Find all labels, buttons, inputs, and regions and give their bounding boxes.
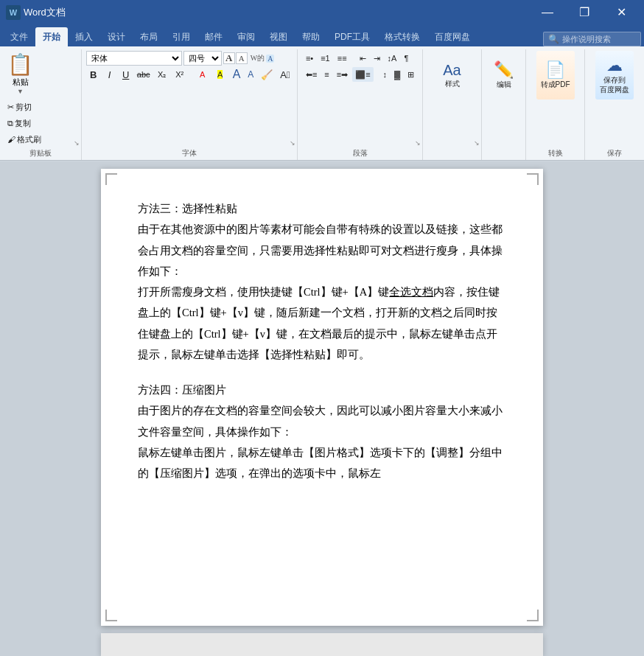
numbering-icon: ≡1 (321, 54, 330, 63)
increase-font-size-button[interactable]: A (223, 52, 235, 64)
text-effect-button[interactable]: A⃝ (277, 67, 293, 82)
strikethrough-button[interactable]: abc (135, 67, 153, 82)
sort-icon: ↕A (388, 54, 397, 63)
search-input[interactable] (562, 35, 636, 43)
tab-view[interactable]: 视图 (262, 27, 295, 46)
format-painter-button[interactable]: 🖌 格式刷 (4, 132, 44, 147)
multilevel-button[interactable]: ≡≡ (335, 51, 350, 66)
title-bar-controls: — ❐ ✕ (531, 0, 638, 24)
editing-label: 编辑 (497, 80, 511, 90)
cut-icon: ✂ (7, 102, 14, 112)
format-painter-icon: 🖌 (7, 135, 15, 144)
font-label: 字体 (86, 147, 293, 160)
save-cloud-icon: ☁ (606, 56, 623, 75)
font-size-adjusters: A A (223, 52, 248, 64)
minimize-button[interactable]: — (531, 0, 564, 24)
tab-pdf[interactable]: PDF工具 (327, 27, 377, 46)
tab-insert[interactable]: 插入 (68, 27, 100, 46)
styles-expand-icon[interactable]: ↘ (474, 139, 480, 147)
editing-button[interactable]: ✏️ 编辑 (487, 51, 521, 100)
paragraph-expand-icon[interactable]: ↘ (415, 139, 421, 147)
sort-button[interactable]: ↕A (385, 51, 400, 66)
paragraph-controls: ≡• ≡1 ≡≡ ⇤ ⇥ ↕A ¶ ⬅≡ ≡ ≡➡ ⬛≡ ↕ ▓ ⊞ (303, 51, 417, 147)
corner-tr (527, 173, 539, 185)
underline-button[interactable]: U (119, 67, 133, 82)
font-size-increase2[interactable]: A (230, 67, 244, 82)
subscript-button[interactable]: X₂ (154, 67, 170, 82)
center-button[interactable]: ≡ (321, 67, 332, 82)
bold-icon: B (90, 69, 97, 80)
tab-help[interactable]: 帮助 (295, 27, 327, 46)
superscript-button[interactable]: X² (172, 67, 188, 82)
font-name-select[interactable]: 宋体 (86, 51, 182, 66)
editing-content: ✏️ 编辑 (487, 51, 521, 160)
tab-baidu[interactable]: 百度网盘 (427, 27, 477, 46)
group-paragraph: ≡• ≡1 ≡≡ ⇤ ⇥ ↕A ¶ ⬅≡ ≡ ≡➡ ⬛≡ ↕ ▓ ⊞ 段落 ↘ (298, 49, 423, 160)
tab-review[interactable]: 审阅 (230, 27, 262, 46)
italic-icon: I (108, 69, 111, 80)
styles-button[interactable]: Aa 样式 (435, 51, 469, 100)
tab-mailing[interactable]: 邮件 (197, 27, 230, 46)
line-spacing-button[interactable]: ↕ (380, 67, 391, 82)
font-size-select[interactable]: 四号 (183, 51, 222, 66)
justify-button[interactable]: ⬛≡ (352, 67, 373, 82)
tab-references[interactable]: 引用 (165, 27, 197, 46)
shading-icon: ▓ (394, 70, 400, 79)
tab-home[interactable]: 开始 (35, 27, 68, 46)
copy-button[interactable]: ⧉ 复制 (4, 116, 44, 130)
tab-design[interactable]: 设计 (100, 27, 133, 46)
superscript-icon: X² (175, 70, 183, 79)
tab-file[interactable]: 文件 (3, 27, 35, 46)
font-color-button[interactable]: A (195, 67, 211, 82)
tab-convert[interactable]: 格式转换 (377, 27, 427, 46)
subscript-icon: X₂ (158, 70, 166, 80)
font-expand-icon[interactable]: ↘ (290, 139, 295, 147)
copy-icon: ⧉ (7, 119, 13, 128)
styles-label: 样式 (445, 79, 460, 89)
close-button[interactable]: ✕ (604, 0, 638, 24)
para-row1: ≡• ≡1 ≡≡ ⇤ ⇥ ↕A ¶ (303, 51, 411, 66)
show-marks-button[interactable]: ¶ (401, 51, 411, 66)
section3-title: 方法三：选择性粘贴 (138, 198, 506, 219)
show-marks-icon: ¶ (404, 54, 408, 63)
convert-content: 📄 转成PDF (536, 51, 575, 147)
decrease-indent-button[interactable]: ⇤ (357, 51, 369, 66)
save-to-cloud-button[interactable]: ☁ 保存到百度网盘 (595, 51, 634, 100)
italic-button[interactable]: I (102, 67, 117, 82)
paste-button[interactable]: 📋 粘贴 ▼ (4, 51, 36, 98)
paste-arrow: ▼ (17, 88, 24, 95)
group-clipboard: 📋 粘贴 ▼ ✂ 剪切 ⧉ 复制 🖌 格式刷 剪贴板 ↘ (0, 49, 82, 160)
page-content: 方法三：选择性粘贴 由于在其他资源中的图片等素材可能会自带有特殊的设置以及链接，… (138, 198, 506, 484)
shading-button[interactable]: ▓ (391, 67, 403, 82)
tab-layout[interactable]: 布局 (133, 27, 165, 46)
numbering-button[interactable]: ≡1 (318, 51, 333, 66)
clear-format-button[interactable]: 🧹 (258, 67, 276, 82)
section4-body2: 鼠标左键单击图片，鼠标左键单击【图片格式】选项卡下的【调整】分组中的【压缩图片】… (138, 442, 506, 484)
group-editing: ✏️ 编辑 (482, 49, 526, 160)
save-cloud-label: 保存到百度网盘 (600, 75, 629, 94)
increase-indent-button[interactable]: ⇥ (371, 51, 383, 66)
align-right-button[interactable]: ≡➡ (334, 67, 351, 82)
paste-icon: 📋 (7, 52, 33, 77)
bullets-icon: ≡• (306, 54, 313, 63)
increase-indent-icon: ⇥ (374, 54, 380, 63)
paste-label: 粘贴 (13, 77, 29, 88)
group-save: ☁ 保存到百度网盘 保存 (585, 49, 644, 160)
search-wrap[interactable]: 🔍 (543, 32, 641, 46)
cut-button[interactable]: ✂ 剪切 (4, 100, 44, 114)
font-size-decrease2[interactable]: A (245, 67, 256, 82)
decrease-font-size-button[interactable]: A (236, 52, 248, 64)
save-label: 保存 (589, 147, 640, 160)
bold-button[interactable]: B (86, 67, 101, 82)
highlight-button[interactable]: A (212, 67, 228, 82)
restore-button[interactable]: ❐ (567, 0, 601, 24)
align-left-button[interactable]: ⬅≡ (303, 67, 320, 82)
bullets-button[interactable]: ≡• (303, 51, 316, 66)
font-row2: B I U abc X₂ X² A (86, 67, 293, 82)
clipboard-expand-icon[interactable]: ↘ (74, 139, 80, 147)
clear-format-icon: 🧹 (261, 69, 273, 80)
borders-button[interactable]: ⊞ (405, 67, 417, 82)
wubi-indicator: W的 A (251, 53, 275, 63)
align-left-icon: ⬅≡ (306, 70, 317, 80)
to-pdf-button[interactable]: 📄 转成PDF (536, 51, 575, 100)
